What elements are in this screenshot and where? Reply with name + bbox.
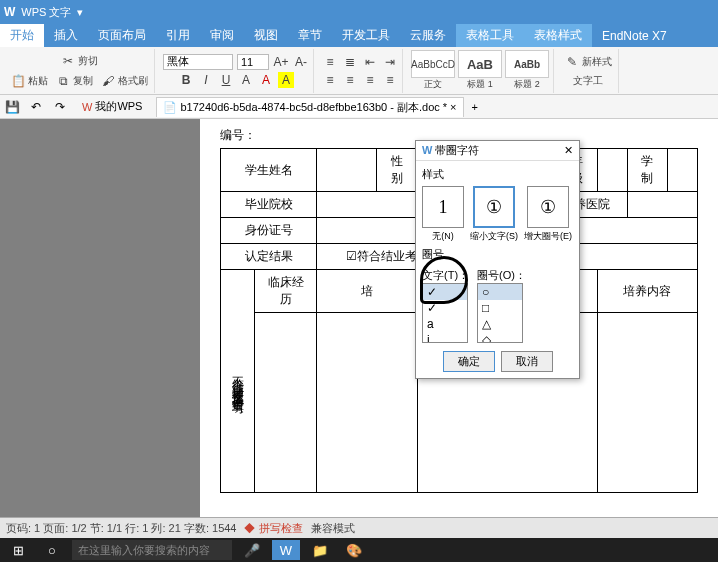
qat-save-icon[interactable]: 💾 xyxy=(4,99,20,115)
tab-insert[interactable]: 插入 xyxy=(44,24,88,47)
app-title: WPS 文字 xyxy=(21,5,71,20)
highlight-icon[interactable]: A xyxy=(278,72,294,88)
doctab-add-icon[interactable]: + xyxy=(472,101,478,113)
indent-dec-icon[interactable]: ⇤ xyxy=(362,54,378,70)
window-titlebar: W WPS 文字 ▾ xyxy=(0,0,718,24)
tab-home[interactable]: 开始 xyxy=(0,24,44,47)
document-tabs: 💾 ↶ ↷ W我的WPS 📄b17240d6-b5da-4874-bc5d-d8… xyxy=(0,95,718,119)
copy-button[interactable]: ⧉复制 xyxy=(53,72,95,90)
strike-button[interactable]: A xyxy=(238,72,254,88)
dialog-body: 样式 1无(N) ①缩小文字(S) ①增大圈号(E) 圈号 文字(T)： ✓ ✓… xyxy=(416,161,579,378)
style-h2[interactable]: AaBb xyxy=(505,50,549,78)
shape-list[interactable]: ○ □ △ ◇ xyxy=(477,283,523,343)
align-left-icon[interactable]: ≡ xyxy=(322,72,338,88)
taskbar-explorer-icon[interactable]: 📁 xyxy=(306,540,334,560)
shape-item-square[interactable]: □ xyxy=(478,300,522,316)
enclose-section-label: 圈号 xyxy=(422,247,573,262)
new-style-button[interactable]: ✎新样式 xyxy=(562,53,614,71)
tab-table-style[interactable]: 表格样式 xyxy=(524,24,592,47)
italic-button[interactable]: I xyxy=(198,72,214,88)
styles-group: AaBbCcD正文 AaB标题 1 AaBb标题 2 xyxy=(407,49,554,93)
workspace: 编号： 学生姓名 性别 出生 年级 学制 毕业院校 养医院 身份证号 认定结果 … xyxy=(0,119,718,517)
scissors-icon: ✂ xyxy=(60,53,76,69)
app-dropdown-icon[interactable]: ▾ xyxy=(77,6,83,19)
tab-review[interactable]: 审阅 xyxy=(200,24,244,47)
doctab-active[interactable]: 📄b17240d6-b5da-4874-bc5d-d8efbbe163b0 - … xyxy=(156,97,463,117)
cut-button[interactable]: ✂剪切 xyxy=(58,52,100,70)
font-size-input[interactable] xyxy=(237,54,269,70)
shape-list-label: 圈号(O)： xyxy=(477,268,526,283)
tab-cloud[interactable]: 云服务 xyxy=(400,24,456,47)
tab-devtools[interactable]: 开发工具 xyxy=(332,24,400,47)
char-item[interactable]: ✓ xyxy=(423,300,467,316)
nav-sidebar xyxy=(0,119,200,517)
enclose-chars-dialog: W 带圈字符 ✕ 样式 1无(N) ①缩小文字(S) ①增大圈号(E) 圈号 文… xyxy=(415,140,580,379)
paragraph-group: ≡ ≣ ⇤ ⇥ ≡ ≡ ≡ ≡ xyxy=(318,49,403,93)
copy-icon: ⧉ xyxy=(55,73,71,89)
edit-group: ✎新样式 文字工 xyxy=(558,49,619,93)
align-right-icon[interactable]: ≡ xyxy=(362,72,378,88)
dialog-titlebar[interactable]: W 带圈字符 ✕ xyxy=(416,141,579,161)
cancel-button[interactable]: 取消 xyxy=(501,351,553,372)
format-painter-button[interactable]: 🖌格式刷 xyxy=(98,72,150,90)
tab-references[interactable]: 引用 xyxy=(156,24,200,47)
char-item[interactable]: i xyxy=(423,332,467,343)
font-group: A+ A- B I U A A A xyxy=(159,49,314,93)
char-item[interactable]: ✓ xyxy=(423,284,467,300)
align-justify-icon[interactable]: ≡ xyxy=(382,72,398,88)
cortana-icon[interactable]: ○ xyxy=(38,540,66,560)
align-center-icon[interactable]: ≡ xyxy=(342,72,358,88)
paste-button[interactable]: 📋粘贴 xyxy=(8,72,50,90)
underline-button[interactable]: U xyxy=(218,72,234,88)
char-list[interactable]: ✓ ✓ a i xyxy=(422,283,468,343)
tab-layout[interactable]: 页面布局 xyxy=(88,24,156,47)
taskbar-search[interactable]: 在这里输入你要搜索的内容 xyxy=(72,540,232,560)
style-opt-shrink[interactable]: ① xyxy=(473,186,515,228)
shape-item-triangle[interactable]: △ xyxy=(478,316,522,332)
text-tools-button[interactable]: 文字工 xyxy=(571,73,605,89)
ok-button[interactable]: 确定 xyxy=(443,351,495,372)
shape-item-diamond[interactable]: ◇ xyxy=(478,332,522,343)
start-button[interactable]: ⊞ xyxy=(4,540,32,560)
shape-item-circle[interactable]: ○ xyxy=(478,284,522,300)
status-bar: 页码: 1 页面: 1/2 节: 1/1 行: 1 列: 21 字数: 1544… xyxy=(0,517,718,538)
wps-logo-icon: W xyxy=(82,101,92,113)
doctab-mywps[interactable]: W我的WPS xyxy=(76,97,148,116)
style-section-label: 样式 xyxy=(422,167,573,182)
qat-undo-icon[interactable]: ↶ xyxy=(28,99,44,115)
app-logo: W xyxy=(4,5,15,19)
clipboard-group: ✂剪切 📋粘贴 ⧉复制 🖌格式刷 xyxy=(4,49,155,93)
style-h1[interactable]: AaB xyxy=(458,50,502,78)
style-opt-enlarge[interactable]: ① xyxy=(527,186,569,228)
tab-chapter[interactable]: 章节 xyxy=(288,24,332,47)
dialog-close-icon[interactable]: ✕ xyxy=(564,144,573,157)
dialog-title: 带圈字符 xyxy=(435,144,479,156)
style-normal[interactable]: AaBbCcD xyxy=(411,50,455,78)
style-opt-none[interactable]: 1 xyxy=(422,186,464,228)
qat-redo-icon[interactable]: ↷ xyxy=(52,99,68,115)
spellcheck-indicator[interactable]: ◆ 拼写检查 xyxy=(244,521,302,536)
dialog-icon: W xyxy=(422,144,432,156)
indent-inc-icon[interactable]: ⇥ xyxy=(382,54,398,70)
paste-icon: 📋 xyxy=(10,73,26,89)
newstyle-icon: ✎ xyxy=(564,54,580,70)
bold-button[interactable]: B xyxy=(178,72,194,88)
windows-taskbar: ⊞ ○ 在这里输入你要搜索的内容 🎤 W 📁 🎨 xyxy=(0,538,718,562)
bullets-icon[interactable]: ≡ xyxy=(322,54,338,70)
char-item[interactable]: a xyxy=(423,316,467,332)
font-grow-icon[interactable]: A+ xyxy=(273,54,289,70)
doctab-close-icon[interactable]: × xyxy=(450,101,456,113)
font-color-icon[interactable]: A xyxy=(258,72,274,88)
numbering-icon[interactable]: ≣ xyxy=(342,54,358,70)
font-shrink-icon[interactable]: A- xyxy=(293,54,309,70)
tab-endnote[interactable]: EndNote X7 xyxy=(592,26,677,46)
taskbar-wps-icon[interactable]: W xyxy=(272,540,300,560)
taskbar-app-icon[interactable]: 🎨 xyxy=(340,540,368,560)
mic-icon[interactable]: 🎤 xyxy=(238,540,266,560)
tab-view[interactable]: 视图 xyxy=(244,24,288,47)
font-name-input[interactable] xyxy=(163,54,233,70)
brush-icon: 🖌 xyxy=(100,73,116,89)
tab-table-tools[interactable]: 表格工具 xyxy=(456,24,524,47)
ribbon-toolbar: ✂剪切 📋粘贴 ⧉复制 🖌格式刷 A+ A- B I U A A A ≡ ≣ ⇤… xyxy=(0,47,718,95)
status-text: 页码: 1 页面: 1/2 节: 1/1 行: 1 列: 21 字数: 1544 xyxy=(6,521,236,536)
